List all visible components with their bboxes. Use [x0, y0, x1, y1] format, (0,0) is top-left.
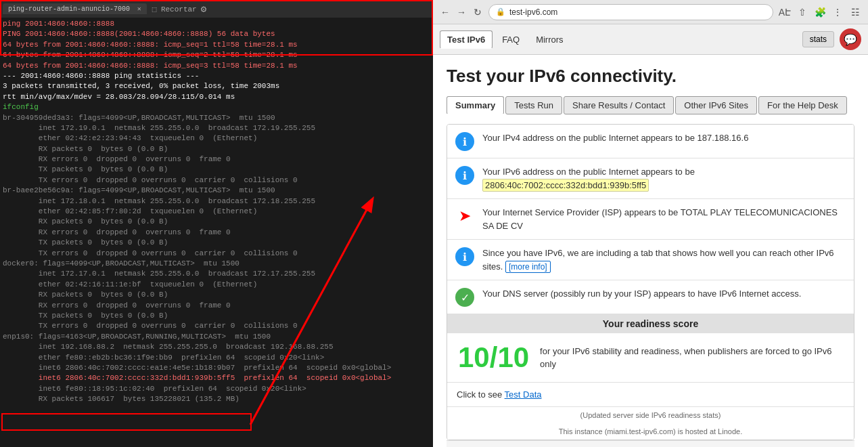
terminal-line: TX errors 0 dropped 0 overruns 0 carrier…	[3, 175, 430, 186]
translate-icon[interactable]: AԷ	[777, 5, 792, 20]
content-tabs: SummaryTests RunShare Results / ContactO…	[447, 96, 854, 114]
page-title: Test your IPv6 connectivity.	[447, 66, 854, 87]
terminal-line: rtt min/avg/max/mdev = 28.083/28.094/28.…	[3, 92, 430, 102]
terminal-line: inet 192.168.88.2 netmask 255.255.255.0 …	[3, 342, 430, 352]
terminal-line: inet 172.17.0.1 netmask 255.255.0.0 broa…	[3, 269, 430, 279]
browser-toolbar-icons: AԷ ⇧ 🧩 ⋮ ☷	[777, 5, 863, 20]
info-text: Your Internet Service Provider (ISP) app…	[482, 206, 846, 232]
more-info-link[interactable]: [more info]	[505, 261, 551, 273]
terminal-panel[interactable]: ping-router-admin-anuncio-7000 ✕ ⬚ Recor…	[0, 0, 433, 447]
nav-test-ipv6[interactable]: Test IPv6	[440, 30, 493, 49]
readiness-score: 10/10	[458, 341, 529, 374]
terminal-line: enp1s0: flags=4163<UP,BROADCAST,RUNNING,…	[3, 332, 430, 342]
browser-content: Test IPv6 FAQ Mirrors stats 💬 Test your …	[433, 24, 868, 447]
readiness-header: Your readiness score	[447, 314, 854, 333]
back-button[interactable]: ←	[438, 5, 452, 19]
terminal-line: RX packets 0 bytes 0 (0.0 B)	[3, 290, 430, 300]
terminal-line: TX packets 0 bytes 0 (0.0 B)	[3, 165, 430, 175]
content-tab-for-the-help-desk[interactable]: For the Help Desk	[758, 96, 847, 114]
terminal-line: TX packets 0 bytes 0 (0.0 B)	[3, 238, 430, 248]
terminal-tab-recortar[interactable]: ⬚ Recortar	[152, 5, 197, 14]
terminal-line: ether 02:42:85:f7:80:2d txqueuelen 0 (Et…	[3, 207, 430, 217]
info-icon: ℹ	[455, 132, 474, 151]
browser-panel: ← → ↻ 🔒 test-ipv6.com AԷ ⇧ 🧩 ⋮ ☷ Test IP…	[433, 0, 868, 447]
share-icon[interactable]: ⇧	[795, 5, 810, 20]
terminal-line: PING 2001:4860:4860::8888(2001:4860:4860…	[3, 29, 430, 39]
terminal-line: RX packets 0 bytes 0 (0.0 B)	[3, 144, 430, 154]
terminal-line: br-304959ded3a3: flags=4099<UP,BROADCAST…	[3, 113, 430, 123]
info-row: ℹYour IPv4 address on the public Interne…	[447, 125, 854, 158]
reload-button[interactable]: ↻	[471, 5, 484, 19]
terminal-line: TX errors 0 dropped 0 overruns 0 carrier…	[3, 321, 430, 331]
readiness-section: Your readiness score 10/10 for your IPv6…	[447, 314, 854, 383]
hosted-note: This instance (miami.test-ipv6.com) is h…	[447, 423, 854, 440]
main-content: Test your IPv6 connectivity. SummaryTest…	[433, 55, 868, 447]
terminal-line: docker0: flags=4099<UP,BROADCAST,MULTICA…	[3, 259, 430, 269]
content-tab-summary[interactable]: Summary	[447, 96, 504, 114]
terminal-line: 64 bytes from 2001:4860:4860::8888: icmp…	[3, 50, 430, 60]
extensions-icon[interactable]: 🧩	[813, 5, 827, 20]
terminal-line: br-baee2be56c9a: flags=4099<UP,BROADCAST…	[3, 186, 430, 196]
nav-stats[interactable]: stats	[802, 31, 834, 47]
site-footer: Copyright (C) 2010, 2024 Jason Fesler. A…	[447, 440, 854, 447]
ipv6-address-highlight: 2806:40c:7002:cccc:332d:bdd1:939b:5ff5	[482, 179, 649, 192]
url-text: test-ipv6.com	[509, 7, 557, 17]
address-bar[interactable]: 🔒 test-ipv6.com	[488, 4, 773, 20]
info-section: ℹYour IPv4 address on the public Interne…	[447, 124, 854, 440]
info-text: Since you have IPv6, we are including a …	[482, 247, 846, 273]
chat-icon[interactable]: 💬	[840, 28, 861, 50]
terminal-line: 64 bytes from 2001:4860:4860::8888: icmp…	[3, 61, 430, 71]
terminal-line: RX errors 0 dropped 0 overruns 0 frame 0	[3, 228, 430, 238]
info-text: Your IPv4 address on the public Internet…	[482, 131, 846, 145]
nav-faq[interactable]: FAQ	[495, 31, 526, 48]
info-row: ➤Your Internet Service Provider (ISP) ap…	[447, 199, 854, 240]
terminal-line: TX packets 0 bytes 0 (0.0 B)	[3, 311, 430, 321]
terminal-line: ether 02:42:e2:23:94:43 txqueuelen 0 (Et…	[3, 133, 430, 144]
site-nav: Test IPv6 FAQ Mirrors stats 💬	[433, 24, 868, 55]
nav-buttons: ← → ↻	[438, 5, 484, 19]
terminal-line: TX errors 0 dropped 0 overruns 0 carrier…	[3, 249, 430, 259]
terminal-tab-1[interactable]: ping-router-admin-anuncio-7000 ✕	[3, 3, 147, 14]
content-tab-tests-run[interactable]: Tests Run	[505, 96, 562, 114]
forward-button[interactable]: →	[455, 5, 468, 19]
test-data-prefix: Click to see	[457, 389, 502, 400]
info-icon: ✓	[455, 288, 474, 307]
lock-icon: 🔒	[496, 7, 505, 16]
terminal-line: RX packets 106617 bytes 135228021 (135.2…	[3, 394, 430, 404]
terminal-line: ether fe80::eb2b:bc36:1f9e:bb9 prefixlen…	[3, 353, 430, 363]
info-text: Your IPv6 address on the public Internet…	[482, 165, 846, 192]
terminal-line: ping 2001:4860:4860::8888	[3, 19, 430, 29]
terminal-settings-icon[interactable]: ⚙	[201, 3, 206, 15]
info-icon: ➤	[455, 207, 474, 226]
info-row: ℹYour IPv6 address on the public Interne…	[447, 158, 854, 199]
nav-mirrors[interactable]: Mirrors	[529, 31, 570, 48]
readiness-body: 10/10 for your IPv6 stability and readin…	[447, 333, 854, 382]
terminal-line: inet 172.19.0.1 netmask 255.255.0.0 broa…	[3, 123, 430, 133]
info-icon: ℹ	[455, 247, 474, 266]
terminal-tab-bar: ping-router-admin-anuncio-7000 ✕ ⬚ Recor…	[0, 0, 433, 18]
terminal-line: inet6 2806:40c:7002:cccc:332d:bdd1:939b:…	[3, 373, 430, 383]
test-data-link[interactable]: Test Data	[505, 389, 542, 400]
tab-label-1: ping-router-admin-anuncio-7000	[8, 5, 130, 13]
terminal-line: ether 02:42:16:11:1e:bf txqueuelen 0 (Et…	[3, 280, 430, 290]
tab-close-1[interactable]: ✕	[137, 5, 141, 13]
content-tab-share-results-/-contact[interactable]: Share Results / Contact	[564, 96, 674, 114]
terminal-line: 64 bytes from 2001:4860:4860::8888: icmp…	[3, 40, 430, 50]
terminal-line: inet6 fe80::18:95:1c:02:40 prefixlen 64 …	[3, 384, 430, 394]
info-icon: ℹ	[455, 166, 474, 185]
terminal-line: inet 172.18.0.1 netmask 255.255.0.0 broa…	[3, 196, 430, 207]
info-row: ℹSince you have IPv6, we are including a…	[447, 240, 854, 280]
grid-icon[interactable]: ☷	[848, 5, 863, 20]
terminal-line: inet6 2806:40c:7002:cccc:ea1e:4e5e:1b18:…	[3, 363, 430, 373]
readiness-description: for your IPv6 stability and readiness, w…	[540, 345, 843, 371]
content-tab-other-ipv6-sites[interactable]: Other IPv6 Sites	[675, 96, 757, 114]
info-row: ✓Your DNS server (possibly run by your I…	[447, 280, 854, 314]
terminal-line: RX errors 0 dropped 0 overruns 0 frame 0	[3, 154, 430, 165]
terminal-line: --- 2001:4860:4860::8888 ping statistics…	[3, 71, 430, 81]
updated-note: (Updated server side IPv6 readiness stat…	[447, 407, 854, 423]
info-text: Your DNS server (possibly run by your IS…	[482, 287, 846, 301]
terminal-line: ifconfig	[3, 102, 430, 112]
browser-chrome: ← → ↻ 🔒 test-ipv6.com AԷ ⇧ 🧩 ⋮ ☷	[433, 0, 868, 24]
menu-icon[interactable]: ⋮	[830, 5, 845, 20]
terminal-line: 3 packets transmitted, 3 received, 0% pa…	[3, 81, 430, 91]
